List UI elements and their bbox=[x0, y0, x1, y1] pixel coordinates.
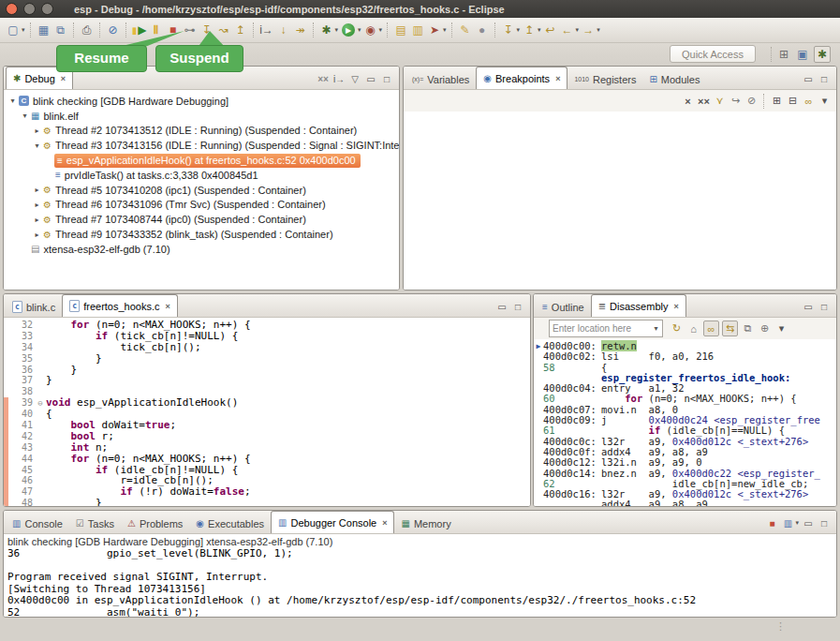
mark-occurrences-button[interactable]: ✎ bbox=[458, 22, 473, 38]
maximize-button[interactable]: □ bbox=[818, 72, 831, 85]
pin-view-button[interactable]: ⊕ bbox=[758, 321, 772, 335]
views-tab-modules[interactable]: ⊞Modules bbox=[642, 69, 706, 89]
window-minimize-button[interactable] bbox=[23, 3, 36, 15]
maximize-button[interactable]: □ bbox=[380, 72, 393, 85]
view-menu-button[interactable]: ▽ bbox=[348, 72, 361, 85]
run-button[interactable]: ▶▾ bbox=[340, 22, 361, 38]
expand-icon[interactable]: ▸ bbox=[32, 231, 42, 239]
remove-all-terminated-button[interactable]: ×× bbox=[317, 72, 330, 85]
next-annotation-button-dropdown-icon[interactable]: ▾ bbox=[517, 26, 521, 34]
views-tab-disassembly[interactable]: ≣Disassembly× bbox=[591, 294, 686, 317]
tree-item[interactable]: ▸⚙Thread #7 1073408744 (ipc0) (Suspended… bbox=[4, 212, 399, 227]
sync-context-toggle[interactable]: ⇆ bbox=[722, 320, 738, 336]
close-tab-icon[interactable]: × bbox=[61, 74, 66, 83]
line-number[interactable]: 48 bbox=[8, 498, 35, 506]
skip-all-breakpoints-toggle[interactable]: ⊘ bbox=[744, 94, 759, 108]
back-button[interactable]: ←▾ bbox=[560, 22, 580, 38]
trim-handle-icon[interactable]: ⋮ bbox=[775, 620, 786, 633]
line-number[interactable]: 44 bbox=[8, 454, 35, 465]
drop-to-frame-button[interactable]: ↓ bbox=[276, 22, 291, 38]
step-into-button[interactable]: ↧ bbox=[199, 22, 214, 38]
resume-button[interactable]: ▶ bbox=[132, 22, 147, 38]
close-tab-icon[interactable]: × bbox=[555, 74, 560, 83]
open-perspective-button[interactable]: ⊞ bbox=[776, 46, 791, 63]
minimize-button[interactable]: ▭ bbox=[802, 72, 815, 85]
expand-icon[interactable]: ▸ bbox=[32, 216, 42, 224]
line-number[interactable]: 37 bbox=[8, 375, 35, 386]
debug-tree[interactable]: ▾Cblink checking [GDB Hardware Debugging… bbox=[4, 90, 399, 290]
debug-button[interactable]: ✱▾ bbox=[319, 22, 339, 38]
maximize-button[interactable]: □ bbox=[818, 300, 831, 313]
open-folder-button[interactable]: ▤ bbox=[393, 22, 408, 38]
console-tab-debugger-console[interactable]: ▥Debugger Console× bbox=[271, 511, 394, 533]
code-editor[interactable]: 32 for (n=0; n<MAX_HOOKS; n++) {33 if (t… bbox=[4, 318, 530, 506]
goto-file-button[interactable]: ↪ bbox=[729, 94, 743, 108]
tree-item-selected[interactable]: ≡esp_vApplicationIdleHook() at freertos_… bbox=[4, 153, 399, 168]
minimize-button[interactable]: ▭ bbox=[802, 300, 815, 313]
tree-item[interactable]: ▸⚙Thread #6 1073431096 (Tmr Svc) (Suspen… bbox=[4, 198, 399, 213]
previous-annotation-button[interactable]: ↥▾ bbox=[522, 22, 541, 38]
expand-icon[interactable]: ▸ bbox=[32, 201, 42, 209]
tree-item[interactable]: ≡prvIdleTask() at tasks.c:3,338 0x400845… bbox=[4, 168, 399, 183]
console-tab-executables[interactable]: ◉Executables bbox=[189, 514, 271, 533]
tree-item[interactable]: ▸⚙Thread #2 1073413512 (IDLE : Running) … bbox=[4, 124, 399, 139]
home-button[interactable]: ⌂ bbox=[686, 321, 700, 335]
collapse-icon[interactable]: ▾ bbox=[7, 97, 18, 105]
new-wizard-button[interactable]: ▢▾ bbox=[6, 22, 25, 38]
view-menu-button[interactable]: ▾ bbox=[818, 94, 832, 108]
skip-all-breakpoints-button[interactable]: ⊘ bbox=[106, 22, 121, 38]
views-tab-registers[interactable]: 1010Registers bbox=[567, 69, 642, 89]
line-number[interactable]: 35 bbox=[8, 353, 35, 365]
terminate-button[interactable]: ■ bbox=[166, 22, 181, 38]
line-number[interactable]: 47 bbox=[8, 486, 35, 498]
expand-all-button[interactable]: ⊞ bbox=[770, 94, 784, 108]
run-button-dropdown-icon[interactable]: ▾ bbox=[358, 26, 361, 34]
window-close-button[interactable] bbox=[6, 3, 18, 15]
maximize-button[interactable]: □ bbox=[511, 300, 524, 313]
maximize-button[interactable]: □ bbox=[818, 516, 831, 529]
line-number[interactable]: 33 bbox=[8, 331, 35, 342]
close-tab-icon[interactable]: × bbox=[382, 518, 387, 528]
close-tab-icon[interactable]: × bbox=[166, 302, 170, 311]
previous-annotation-button-dropdown-icon[interactable]: ▾ bbox=[538, 26, 541, 34]
expand-icon[interactable]: ▸ bbox=[32, 186, 42, 194]
fold-marker-icon[interactable]: ⊖ bbox=[35, 398, 46, 408]
line-number[interactable]: 45 bbox=[8, 465, 35, 476]
disassembly-content[interactable]: ▶400d0c00:retw.n400d0c02:lsi f0, a0, 216… bbox=[534, 339, 836, 506]
step-return-button[interactable]: ↥ bbox=[233, 22, 248, 38]
line-number[interactable]: 42 bbox=[8, 431, 35, 442]
launch-button-dropdown-icon[interactable]: ▾ bbox=[443, 26, 447, 34]
minimize-button[interactable]: ▭ bbox=[364, 72, 377, 85]
suspend-button[interactable]: Ⅱ bbox=[149, 22, 164, 38]
console-tab-tasks[interactable]: ☑Tasks bbox=[69, 514, 121, 533]
expand-icon[interactable]: ▸ bbox=[32, 127, 42, 135]
new-view-button[interactable]: ⧉ bbox=[741, 321, 755, 335]
external-tools-button[interactable]: ◉▾ bbox=[363, 22, 383, 38]
line-number[interactable]: 40 bbox=[8, 409, 35, 420]
tree-item[interactable]: ▾⚙Thread #3 1073413156 (IDLE : Running) … bbox=[4, 138, 399, 153]
line-number[interactable]: 34 bbox=[8, 342, 35, 353]
minimize-button[interactable]: ▭ bbox=[495, 300, 508, 313]
location-combo[interactable]: Enter location here ▾ bbox=[549, 320, 663, 337]
forward-button-dropdown-icon[interactable]: ▾ bbox=[597, 26, 600, 34]
console-tab-problems[interactable]: ⚠Problems bbox=[121, 514, 189, 533]
instruction-stepping-button[interactable]: i→ bbox=[259, 22, 274, 38]
use-step-filters-button[interactable]: ↠ bbox=[293, 22, 308, 38]
external-tools-button-dropdown-icon[interactable]: ▾ bbox=[379, 26, 383, 34]
instruction-stepping-toggle[interactable]: i→ bbox=[332, 72, 346, 85]
console-tab-memory[interactable]: ▦Memory bbox=[394, 514, 457, 533]
tree-item[interactable]: ▤xtensa-esp32-elf-gdb (7.10) bbox=[4, 242, 399, 257]
forward-button[interactable]: →▾ bbox=[581, 22, 600, 38]
back-button-dropdown-icon[interactable]: ▾ bbox=[576, 26, 580, 34]
launch-button[interactable]: ➤▾ bbox=[427, 22, 447, 38]
views-tab-breakpoints[interactable]: ◉Breakpoints× bbox=[476, 67, 567, 89]
views-tab-variables[interactable]: (x)=Variables bbox=[405, 69, 476, 89]
display-console-button[interactable]: ▥▾ bbox=[781, 516, 799, 529]
debug-button-dropdown-icon[interactable]: ▾ bbox=[335, 26, 339, 34]
print-button[interactable]: ⎙ bbox=[80, 22, 95, 38]
editor-tab-freertos-hooks-c[interactable]: cfreertos_hooks.c× bbox=[62, 294, 178, 317]
collapse-icon[interactable]: ▾ bbox=[20, 112, 30, 120]
collapse-icon[interactable]: ▾ bbox=[32, 142, 42, 150]
breakpoints-content[interactable] bbox=[404, 112, 836, 290]
tree-item[interactable]: ▸⚙Thread #9 1073433352 (blink_task) (Sus… bbox=[4, 227, 399, 242]
